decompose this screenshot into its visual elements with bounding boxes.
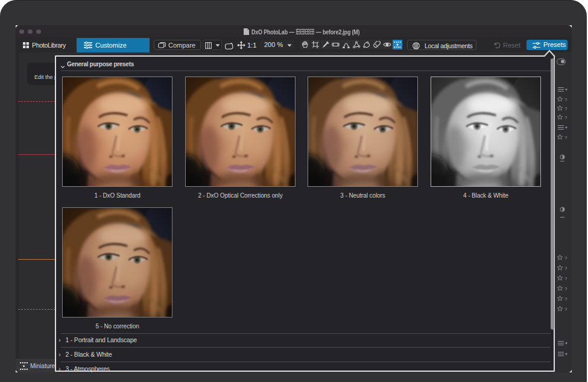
svg-text:?: ?: [564, 286, 567, 291]
svg-text:?: ?: [564, 115, 567, 120]
svg-text:?: ?: [564, 266, 567, 271]
svg-text:?: ?: [564, 135, 567, 140]
svg-text:?: ?: [564, 255, 567, 260]
svg-text:?: ?: [564, 296, 567, 301]
svg-text:?: ?: [564, 106, 567, 111]
svg-text:?: ?: [564, 276, 567, 281]
svg-text:?: ?: [564, 97, 567, 102]
svg-text:?: ?: [564, 307, 567, 312]
